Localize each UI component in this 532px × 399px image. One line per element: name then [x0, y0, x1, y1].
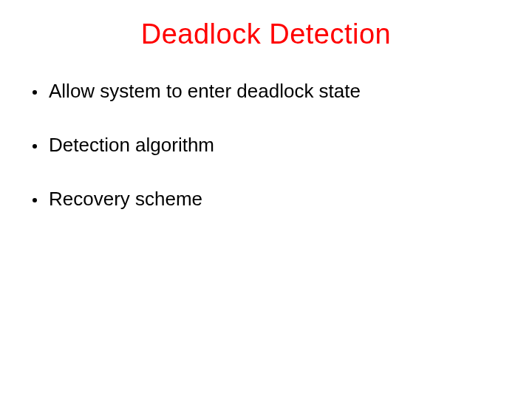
list-item: Allow system to enter deadlock state — [30, 80, 502, 103]
bullet-icon — [33, 198, 37, 202]
bullet-list: Allow system to enter deadlock state Det… — [30, 80, 502, 211]
bullet-text: Recovery scheme — [49, 188, 202, 211]
bullet-icon — [33, 144, 37, 149]
bullet-icon — [33, 90, 37, 95]
list-item: Recovery scheme — [30, 188, 502, 211]
list-item: Detection algorithm — [30, 134, 502, 157]
bullet-text: Detection algorithm — [49, 134, 214, 157]
bullet-text: Allow system to enter deadlock state — [49, 80, 361, 103]
slide-title: Deadlock Detection — [30, 18, 502, 50]
